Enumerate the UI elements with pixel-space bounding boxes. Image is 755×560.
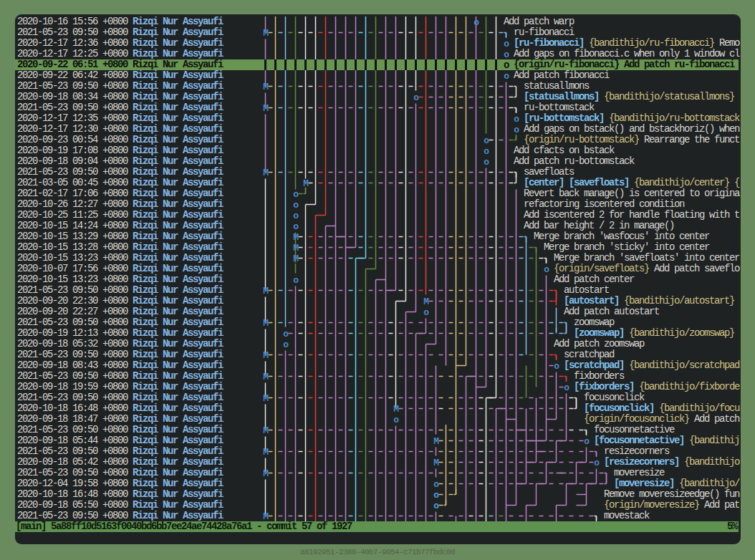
svg-text:o: o [504, 49, 509, 60]
svg-text:M: M [293, 232, 299, 243]
svg-text:o: o [484, 157, 489, 168]
svg-text:M: M [263, 28, 269, 39]
svg-text:M: M [423, 296, 429, 307]
svg-text:M: M [263, 103, 269, 114]
svg-text:o: o [514, 125, 519, 135]
svg-text:o: o [423, 307, 429, 318]
svg-text:o: o [504, 39, 509, 49]
svg-text:M: M [433, 436, 439, 447]
svg-text:M: M [263, 168, 269, 178]
svg-text:o: o [293, 200, 299, 211]
svg-text:o: o [283, 339, 289, 350]
svg-text:M: M [433, 458, 439, 468]
svg-text:M: M [393, 404, 399, 415]
svg-text:M: M [293, 254, 299, 264]
svg-text:o: o [473, 17, 479, 28]
svg-text:M: M [263, 350, 269, 361]
svg-text:M: M [263, 372, 269, 382]
svg-text:o: o [584, 436, 590, 447]
svg-text:M: M [263, 425, 269, 436]
svg-text:o: o [283, 329, 289, 339]
svg-text:o: o [393, 415, 399, 425]
svg-text:M: M [293, 243, 299, 254]
svg-text:M: M [303, 178, 309, 189]
svg-text:M: M [263, 468, 269, 479]
svg-text:M: M [263, 318, 269, 329]
svg-text:o: o [504, 71, 509, 82]
svg-text:o: o [544, 264, 549, 275]
svg-text:o: o [484, 146, 489, 157]
svg-text:o: o [433, 479, 439, 490]
svg-text:M: M [263, 393, 269, 404]
svg-text:o: o [484, 135, 489, 146]
svg-text:o: o [293, 189, 299, 200]
svg-text:o: o [594, 458, 600, 468]
svg-text:M: M [263, 511, 269, 522]
svg-text:o: o [433, 501, 439, 511]
svg-text:M: M [263, 447, 269, 458]
svg-text:o: o [293, 275, 299, 286]
svg-text:o: o [554, 361, 559, 372]
svg-text:o: o [433, 490, 439, 501]
svg-text:o: o [293, 221, 299, 232]
svg-text:M: M [263, 286, 269, 296]
svg-text:M: M [263, 82, 269, 92]
svg-text:o: o [413, 92, 419, 103]
svg-text:o: o [514, 114, 519, 125]
svg-text:o: o [293, 211, 299, 221]
svg-text:o: o [564, 382, 569, 393]
